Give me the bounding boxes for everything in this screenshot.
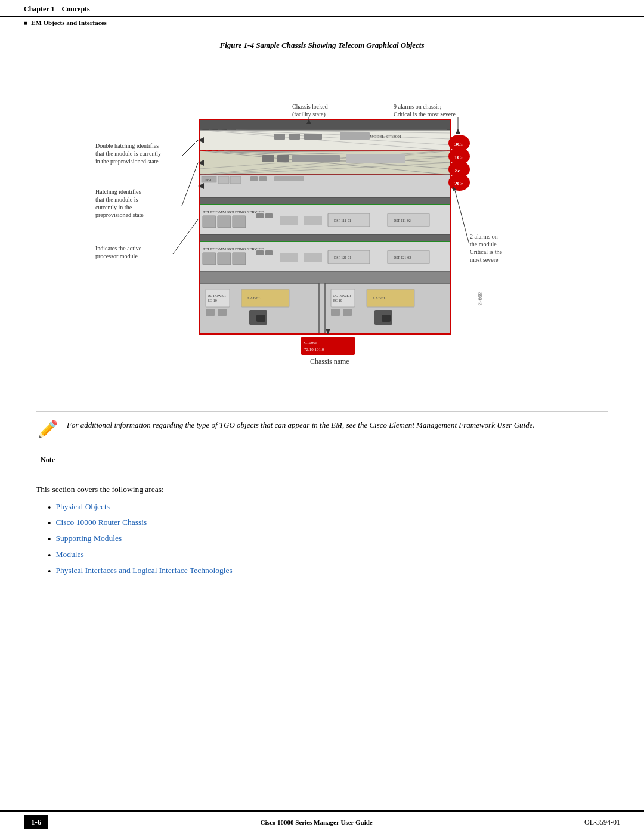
svg-text:Indicates the active: Indicates the active <box>95 245 142 252</box>
svg-text:that the module is currently: that the module is currently <box>95 150 161 157</box>
svg-text:8c: 8c <box>455 168 460 174</box>
svg-text:1Cr: 1Cr <box>454 154 463 160</box>
svg-text:Hatching identifies: Hatching identifies <box>95 188 141 195</box>
svg-rect-62 <box>304 253 322 262</box>
svg-text:in the preprovisioned state: in the preprovisioned state <box>95 158 159 165</box>
svg-line-120 <box>182 163 198 206</box>
svg-rect-9 <box>289 134 300 140</box>
footer-title: Cisco 10000 Series Manager User Guide <box>261 819 373 826</box>
svg-rect-70 <box>206 289 230 307</box>
svg-rect-34 <box>230 176 241 184</box>
physical-objects-link[interactable]: Physical Objects <box>56 502 110 512</box>
svg-rect-27 <box>292 155 340 162</box>
svg-text:DSP 121-02: DSP 121-02 <box>394 256 411 259</box>
svg-rect-82 <box>331 309 340 316</box>
svg-rect-57 <box>218 253 231 265</box>
figure-caption: Figure 1-4 Sample Chassis Showing Teleco… <box>36 41 608 50</box>
svg-rect-83 <box>343 309 352 316</box>
note-section: ✏️ Note For additional information regar… <box>36 411 608 472</box>
note-label: Note <box>41 456 55 465</box>
supporting-modules-link[interactable]: Supporting Modules <box>56 534 122 543</box>
chassis-diagram-svg: MODEL STR8001 <box>89 60 555 394</box>
footer-doc-number: OL-3594-01 <box>584 818 620 827</box>
svg-rect-26 <box>277 155 289 162</box>
list-item-physical-interfaces: Physical Interfaces and Logical Interfac… <box>48 566 608 578</box>
header-chapter: Chapter 1 Concepts <box>24 5 90 14</box>
svg-text:currently in the: currently in the <box>95 204 132 210</box>
svg-rect-47 <box>280 216 298 225</box>
svg-rect-73 <box>206 309 215 316</box>
svg-text:the module: the module <box>470 241 497 247</box>
svg-rect-43 <box>218 216 231 228</box>
note-pencil-icon: ✏️ <box>38 419 58 439</box>
list-item-physical-objects: Physical Objects <box>48 502 608 515</box>
svg-text:DC POWER: DC POWER <box>333 294 351 298</box>
svg-text:2Cr: 2Cr <box>454 181 463 187</box>
svg-rect-10 <box>304 134 322 140</box>
svg-rect-48 <box>304 216 322 225</box>
svg-rect-58 <box>233 253 246 265</box>
svg-text:Critical is the: Critical is the <box>470 249 502 255</box>
svg-rect-1 <box>200 119 450 130</box>
svg-text:9 alarms on chassis;: 9 alarms on chassis; <box>394 103 441 110</box>
svg-rect-44 <box>233 216 246 228</box>
svg-rect-60 <box>265 250 273 255</box>
svg-rect-37 <box>274 176 304 181</box>
svg-text:3Cr: 3Cr <box>454 141 463 147</box>
svg-text:that the module is: that the module is <box>95 196 138 203</box>
section-breadcrumb: EM Objects and Interfaces <box>0 17 644 29</box>
svg-rect-61 <box>280 253 298 262</box>
physical-interfaces-link[interactable]: Physical Interfaces and Logical Interfac… <box>56 566 233 575</box>
svg-marker-115 <box>456 129 460 134</box>
svg-rect-33 <box>218 176 229 184</box>
svg-text:DC POWER: DC POWER <box>208 294 226 298</box>
svg-rect-35 <box>250 176 258 181</box>
svg-rect-97 <box>301 337 355 355</box>
chassis-diagram-container: MODEL STR8001 <box>89 60 555 394</box>
svg-text:89948: 89948 <box>477 292 483 306</box>
body-intro: This section covers the following areas: <box>36 483 608 496</box>
svg-text:DSP 121-01: DSP 121-01 <box>334 256 351 259</box>
svg-text:most severe: most severe <box>470 256 499 263</box>
navigation-links-list: Physical Objects Cisco 10000 Router Chas… <box>36 502 608 578</box>
svg-text:Chassis locked: Chassis locked <box>292 103 328 110</box>
svg-text:Critical is the most severe: Critical is the most severe <box>394 111 456 117</box>
svg-text:MODEL STR8001: MODEL STR8001 <box>370 134 402 139</box>
svg-text:EC-10: EC-10 <box>333 299 342 302</box>
svg-rect-56 <box>203 253 216 265</box>
svg-text:TELECOMM ROUTING SERVICE: TELECOMM ROUTING SERVICE <box>203 247 264 252</box>
svg-text:DSP 111-01: DSP 111-01 <box>334 219 351 222</box>
svg-text:processor module: processor module <box>95 253 138 259</box>
svg-text:C10005-: C10005- <box>304 340 319 345</box>
svg-text:EC-10: EC-10 <box>208 299 217 302</box>
svg-rect-74 <box>218 309 227 316</box>
page-header: Chapter 1 Concepts <box>0 0 644 17</box>
svg-rect-8 <box>274 134 285 140</box>
svg-text:72.10.101.0: 72.10.101.0 <box>304 347 324 352</box>
svg-text:TELECOMM ROUTING SERVICE: TELECOMM ROUTING SERVICE <box>203 210 264 215</box>
svg-rect-11 <box>340 132 370 140</box>
cisco-chassis-link[interactable]: Cisco 10000 Router Chassis <box>56 518 147 527</box>
svg-rect-45 <box>256 213 264 218</box>
svg-text:Chassis name: Chassis name <box>310 357 349 366</box>
svg-text:Tab-0: Tab-0 <box>204 178 212 182</box>
svg-text:DSP 111-02: DSP 111-02 <box>394 219 411 222</box>
svg-text:2 alarms on: 2 alarms on <box>470 233 498 240</box>
svg-line-107 <box>182 140 198 156</box>
main-content: Figure 1-4 Sample Chassis Showing Teleco… <box>0 29 644 631</box>
svg-line-128 <box>454 188 469 244</box>
page-number: 1-6 <box>24 815 48 829</box>
list-item-cisco-chassis: Cisco 10000 Router Chassis <box>48 518 608 530</box>
svg-rect-39 <box>200 197 450 205</box>
svg-rect-78 <box>256 315 265 322</box>
svg-text:LABEL: LABEL <box>247 296 261 301</box>
svg-rect-53 <box>200 234 450 241</box>
modules-link[interactable]: Modules <box>56 550 84 559</box>
svg-rect-67 <box>200 271 450 283</box>
svg-rect-42 <box>203 216 216 228</box>
svg-text:LABEL: LABEL <box>373 296 386 301</box>
svg-text:preprovisioned state: preprovisioned state <box>95 212 144 218</box>
svg-rect-59 <box>256 250 264 255</box>
svg-rect-87 <box>382 315 391 322</box>
svg-text:Double hatching identifies: Double hatching identifies <box>95 143 159 149</box>
